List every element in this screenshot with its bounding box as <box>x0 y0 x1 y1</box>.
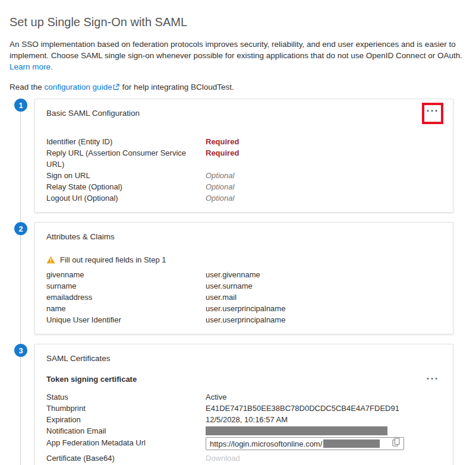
field-label: Logout Url (Optional) <box>46 192 206 204</box>
basic-saml-configuration-title: Basic SAML Configuration <box>46 107 140 118</box>
description-text: An SSO implementation based on federatio… <box>10 39 468 72</box>
step-1-badge: 1 <box>14 99 27 112</box>
step-3: 3 SAML Certificates Token signing certif… <box>10 344 466 465</box>
table-row: Relay State (Optional) Optional <box>46 181 442 192</box>
step-3-badge: 3 <box>14 344 27 357</box>
app-federation-metadata-url-input[interactable]: https://login.microsoftonline.com/ <box>206 437 404 450</box>
table-row: Expiration 12/5/2028, 10:16:57 AM <box>46 414 442 425</box>
claim-value: user.userprincipalname <box>206 303 285 314</box>
cert-field-label: App Federation Metadata Url <box>46 437 206 448</box>
table-row: surname user.surname <box>46 280 442 292</box>
cert-thumbprint-value: E41DE7471B50EE38BC78D0DCDC5CB4E4A7FDED91 <box>206 403 399 414</box>
field-value-optional: Optional <box>206 170 234 181</box>
claim-value: user.mail <box>206 292 237 303</box>
page-title: Set up Single Sign-On with SAML <box>10 15 466 29</box>
field-label: Relay State (Optional) <box>46 181 206 192</box>
read-prefix: Read the <box>10 83 42 91</box>
table-row: Reply URL (Assertion Consumer Service UR… <box>46 147 442 170</box>
field-value-optional: Optional <box>206 192 234 204</box>
token-signing-certificate-menu-button[interactable]: ··· <box>422 375 443 387</box>
claim-name: name <box>46 303 206 314</box>
cert-field-label: Certificate (Base64) <box>46 453 206 464</box>
table-row: App Federation Metadata Url https://logi… <box>46 437 442 450</box>
claim-name: emailaddress <box>46 292 206 303</box>
table-row: Certificate (Base64) Download <box>46 453 442 464</box>
read-suffix: for help integrating BCloudTest. <box>122 83 234 91</box>
basic-saml-configuration-rows: Identifier (Entity ID) Required Reply UR… <box>46 136 442 204</box>
table-row: Thumbprint E41DE7471B50EE38BC78D0DCDC5CB… <box>46 403 442 414</box>
cert-field-label: Notification Email <box>46 425 206 436</box>
attributes-claims-title: Attributes & Claims <box>46 230 115 241</box>
cert-field-label: Thumbprint <box>46 403 206 414</box>
claim-value: user.userprincipalname <box>206 314 285 325</box>
claim-name: givenname <box>46 269 206 280</box>
metadata-url-text: https://login.microsoftonline.com/ <box>210 438 322 450</box>
configuration-guide-link[interactable]: configuration guide <box>45 83 112 91</box>
copy-icon <box>392 438 400 450</box>
copy-button[interactable] <box>392 438 400 450</box>
saml-certificates-card: SAML Certificates Token signing certific… <box>34 344 453 465</box>
field-label: Identifier (Entity ID) <box>46 136 206 147</box>
ellipsis-icon: ··· <box>427 109 439 113</box>
warning-text: Fill out required fields in Step 1 <box>60 255 166 264</box>
table-row: givenname user.givenname <box>46 269 442 280</box>
attributes-claims-card: Attributes & Claims Fill out required fi… <box>34 222 453 334</box>
basic-saml-configuration-card: Basic SAML Configuration ··· Identifier … <box>34 99 453 213</box>
field-value-required: Required <box>206 147 239 170</box>
external-link-icon <box>113 82 119 93</box>
claim-value: user.givenname <box>206 269 260 280</box>
ellipsis-icon: ··· <box>427 377 439 381</box>
table-row: Logout Url (Optional) Optional <box>46 192 442 204</box>
table-row: emailaddress user.mail <box>46 292 442 303</box>
table-row: Notification Email <box>46 425 442 436</box>
table-row: name user.userprincipalname <box>46 303 442 314</box>
claim-name: surname <box>46 280 206 292</box>
field-label: Sign on URL <box>46 170 206 181</box>
claim-name: Unique User Identifier <box>46 314 206 325</box>
field-value-optional: Optional <box>206 181 234 192</box>
read-configuration-line: Read the configuration guide for help in… <box>10 81 466 93</box>
sso-steps: 1 Basic SAML Configuration ··· Identifie… <box>10 99 466 465</box>
step-1: 1 Basic SAML Configuration ··· Identifie… <box>10 99 466 213</box>
step-2: 2 Attributes & Claims Fill out required … <box>10 222 466 334</box>
token-signing-certificate-title: Token signing certificate <box>46 375 137 384</box>
learn-more-link[interactable]: Learn more. <box>10 62 53 71</box>
metadata-url-redacted-segment <box>323 439 380 448</box>
description-body: An SSO implementation based on federatio… <box>10 40 462 60</box>
cert-expiration-value: 12/5/2028, 10:16:57 AM <box>206 414 288 425</box>
cert-status-value: Active <box>206 391 226 403</box>
field-label: Reply URL (Assertion Consumer Service UR… <box>46 147 206 170</box>
table-row: Sign on URL Optional <box>46 170 442 181</box>
saml-certificates-rows: Status Active Thumbprint E41DE7471B50EE3… <box>46 391 442 465</box>
claim-value: user.surname <box>206 280 253 292</box>
table-row: Unique User Identifier user.userprincipa… <box>46 314 442 325</box>
field-value-required: Required <box>206 136 239 147</box>
table-row: Status Active <box>46 391 442 403</box>
notification-email-redacted-value <box>206 426 387 435</box>
cert-field-label: Status <box>46 391 206 403</box>
step-warning: Fill out required fields in Step 1 <box>46 255 442 264</box>
download-certificate-base64-link[interactable]: Download <box>206 453 240 464</box>
saml-certificates-title: SAML Certificates <box>46 352 111 363</box>
cert-field-label: Expiration <box>46 414 206 425</box>
basic-saml-configuration-menu-button[interactable]: ··· <box>422 103 443 124</box>
step-2-badge: 2 <box>14 222 27 235</box>
warning-icon <box>46 256 55 264</box>
sso-saml-page: Set up Single Sign-On with SAML An SSO i… <box>0 15 476 465</box>
attributes-claims-rows: givenname user.givenname surname user.su… <box>46 269 442 325</box>
table-row: Identifier (Entity ID) Required <box>46 136 442 147</box>
